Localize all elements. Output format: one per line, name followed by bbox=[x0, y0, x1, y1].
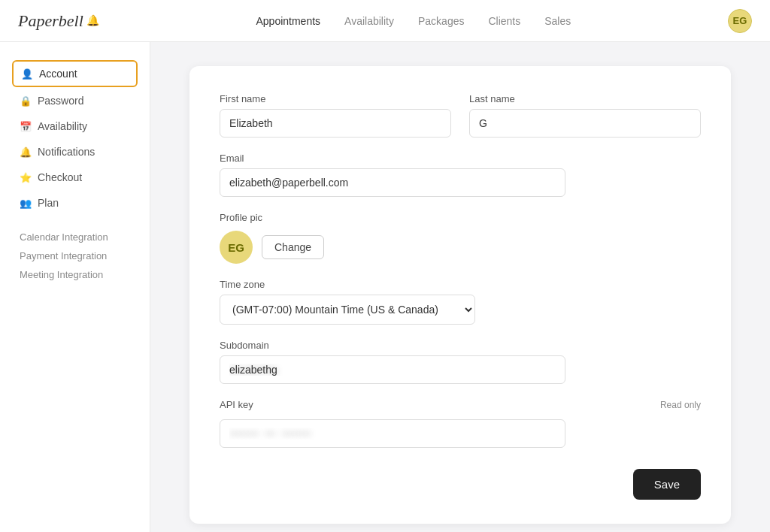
name-row: First name Last name bbox=[220, 93, 701, 138]
top-nav: Paperbell 🔔 Appointments Availability Pa… bbox=[0, 0, 770, 42]
sidebar-item-account[interactable]: 👤 Account bbox=[12, 60, 138, 87]
nav-clients[interactable]: Clients bbox=[488, 15, 520, 27]
sidebar-integrations: Calendar Integration Payment Integration… bbox=[12, 230, 138, 282]
layout: 👤 Account 🔒 Password 📅 Availability 🔔 No… bbox=[0, 42, 770, 532]
sidebar-label-password: Password bbox=[38, 95, 83, 107]
email-input[interactable] bbox=[220, 168, 565, 197]
sidebar-label-plan: Plan bbox=[38, 197, 59, 209]
account-card: First name Last name Email Profile pic bbox=[189, 66, 731, 524]
timezone-row: Time zone (GMT-07:00) Mountain Time (US … bbox=[220, 279, 701, 325]
nav-links: Appointments Availability Packages Clien… bbox=[256, 15, 571, 27]
availability-icon: 📅 bbox=[20, 121, 32, 132]
nav-availability[interactable]: Availability bbox=[344, 15, 394, 27]
plan-icon: 👥 bbox=[20, 198, 32, 209]
sidebar-label-account: Account bbox=[39, 68, 77, 80]
sidebar-meeting-integration[interactable]: Meeting Integration bbox=[12, 268, 138, 282]
last-name-group: Last name bbox=[469, 93, 701, 138]
nav-packages[interactable]: Packages bbox=[418, 15, 464, 27]
password-icon: 🔒 bbox=[20, 95, 32, 107]
logo: Paperbell 🔔 bbox=[18, 11, 99, 31]
sidebar-calendar-integration[interactable]: Calendar Integration bbox=[12, 230, 138, 244]
api-key-label: API key bbox=[220, 399, 253, 410]
timezone-select[interactable]: (GMT-07:00) Mountain Time (US & Canada) bbox=[220, 295, 475, 325]
sidebar-item-plan[interactable]: 👥 Plan bbox=[12, 191, 138, 215]
profile-pic-section: Profile pic EG Change bbox=[220, 212, 701, 264]
sidebar-item-availability[interactable]: 📅 Availability bbox=[12, 114, 138, 138]
api-key-header: API key Read only bbox=[220, 399, 701, 410]
sidebar-item-password[interactable]: 🔒 Password bbox=[12, 89, 138, 113]
first-name-input[interactable] bbox=[220, 109, 451, 138]
sidebar-item-checkout[interactable]: ⭐ Checkout bbox=[12, 165, 138, 189]
subdomain-row: Subdomain bbox=[220, 340, 701, 384]
email-row: Email bbox=[220, 153, 701, 197]
sidebar-payment-integration[interactable]: Payment Integration bbox=[12, 249, 138, 263]
timezone-group: Time zone (GMT-07:00) Mountain Time (US … bbox=[220, 279, 701, 325]
api-key-group: API key Read only bbox=[220, 399, 701, 448]
last-name-label: Last name bbox=[469, 93, 701, 104]
read-only-badge: Read only bbox=[660, 400, 701, 410]
subdomain-label: Subdomain bbox=[220, 340, 701, 351]
sidebar-label-notifications: Notifications bbox=[38, 146, 95, 158]
nav-appointments[interactable]: Appointments bbox=[256, 15, 320, 27]
account-icon: 👤 bbox=[21, 68, 33, 80]
profile-pic-row: EG Change bbox=[220, 231, 701, 264]
email-group: Email bbox=[220, 153, 701, 197]
save-button[interactable]: Save bbox=[633, 469, 701, 500]
sidebar-item-notifications[interactable]: 🔔 Notifications bbox=[12, 140, 138, 164]
subdomain-group: Subdomain bbox=[220, 340, 701, 384]
subdomain-input[interactable] bbox=[220, 355, 565, 384]
sidebar-label-checkout: Checkout bbox=[38, 171, 82, 183]
api-key-input bbox=[220, 419, 565, 448]
avatar: EG bbox=[220, 231, 253, 264]
save-row: Save bbox=[220, 469, 701, 500]
profile-pic-label: Profile pic bbox=[220, 212, 701, 223]
checkout-icon: ⭐ bbox=[20, 172, 32, 183]
api-key-row: API key Read only bbox=[220, 399, 701, 448]
logo-bell-icon: 🔔 bbox=[86, 14, 99, 27]
nav-sales[interactable]: Sales bbox=[544, 15, 571, 27]
user-avatar-nav[interactable]: EG bbox=[728, 9, 752, 33]
first-name-label: First name bbox=[220, 93, 451, 104]
notifications-icon: 🔔 bbox=[20, 147, 32, 158]
main-content: First name Last name Email Profile pic bbox=[150, 42, 770, 532]
sidebar-label-availability: Availability bbox=[38, 120, 87, 132]
email-label: Email bbox=[220, 153, 701, 164]
last-name-input[interactable] bbox=[469, 109, 701, 138]
logo-text: Paperbell bbox=[18, 11, 83, 31]
first-name-group: First name bbox=[220, 93, 451, 138]
change-photo-button[interactable]: Change bbox=[262, 235, 324, 259]
timezone-label: Time zone bbox=[220, 279, 701, 290]
sidebar: 👤 Account 🔒 Password 📅 Availability 🔔 No… bbox=[0, 42, 150, 532]
